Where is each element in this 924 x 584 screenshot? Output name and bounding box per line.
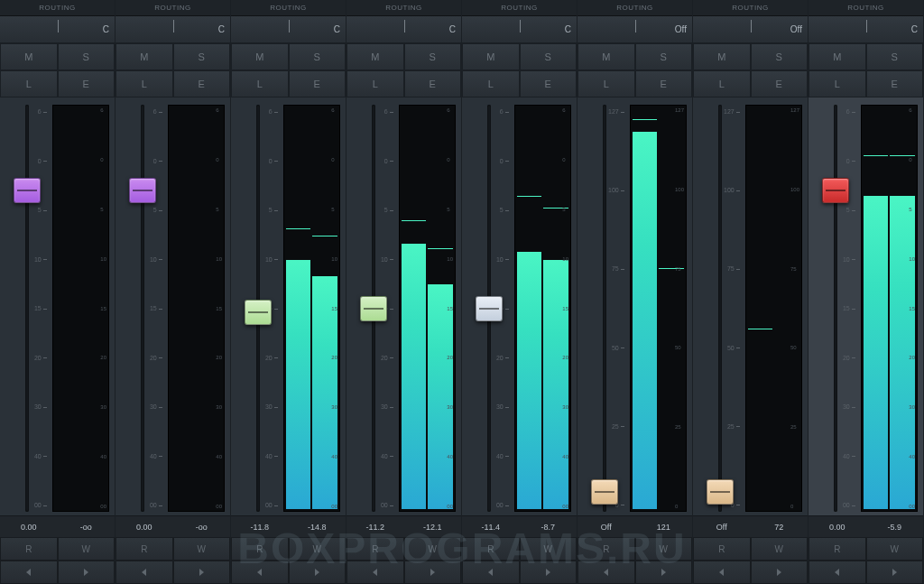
- listen-button[interactable]: L: [231, 70, 289, 97]
- fader-value[interactable]: 0.00: [116, 516, 173, 537]
- write-automation-button[interactable]: W: [866, 537, 924, 561]
- fader-handle[interactable]: [14, 178, 41, 203]
- fader-track[interactable]: 1271007550250: [583, 105, 626, 512]
- fader-value[interactable]: -11.4: [462, 516, 520, 537]
- fader-handle[interactable]: [707, 479, 734, 505]
- routing-label[interactable]: ROUTING: [693, 0, 808, 16]
- fader-track[interactable]: 605101520304000: [352, 105, 395, 512]
- solo-button[interactable]: S: [866, 43, 924, 70]
- pan-slider[interactable]: Off: [693, 16, 808, 43]
- read-automation-button[interactable]: R: [231, 537, 289, 561]
- fader-track[interactable]: 605101520304000: [121, 105, 164, 512]
- next-button[interactable]: [173, 561, 231, 584]
- mute-button[interactable]: M: [231, 43, 289, 70]
- edit-button[interactable]: E: [173, 70, 231, 97]
- prev-button[interactable]: [116, 561, 173, 584]
- next-button[interactable]: [58, 561, 116, 584]
- fader-track[interactable]: 605101520304000: [814, 105, 857, 512]
- fader-handle[interactable]: [476, 296, 503, 321]
- mute-button[interactable]: M: [578, 43, 635, 70]
- pan-slider[interactable]: C: [0, 16, 115, 43]
- solo-button[interactable]: S: [404, 43, 462, 70]
- pan-slider[interactable]: C: [116, 16, 230, 43]
- prev-button[interactable]: [578, 561, 635, 584]
- write-automation-button[interactable]: W: [520, 537, 578, 561]
- edit-button[interactable]: E: [58, 70, 116, 97]
- read-automation-button[interactable]: R: [578, 537, 635, 561]
- edit-button[interactable]: E: [635, 70, 693, 97]
- next-button[interactable]: [751, 561, 808, 584]
- fader-track[interactable]: 605101520304000: [236, 105, 280, 512]
- next-button[interactable]: [289, 561, 346, 584]
- mute-button[interactable]: M: [808, 43, 866, 70]
- prev-button[interactable]: [346, 561, 404, 584]
- routing-label[interactable]: ROUTING: [808, 0, 923, 16]
- fader-value[interactable]: Off: [578, 516, 635, 537]
- prev-button[interactable]: [231, 561, 289, 584]
- listen-button[interactable]: L: [462, 70, 520, 97]
- prev-button[interactable]: [462, 561, 520, 584]
- read-automation-button[interactable]: R: [808, 537, 866, 561]
- write-automation-button[interactable]: W: [635, 537, 693, 561]
- solo-button[interactable]: S: [289, 43, 346, 70]
- mute-button[interactable]: M: [462, 43, 520, 70]
- read-automation-button[interactable]: R: [462, 537, 520, 561]
- fader-track[interactable]: 605101520304000: [467, 105, 511, 512]
- listen-button[interactable]: L: [578, 70, 635, 97]
- read-automation-button[interactable]: R: [693, 537, 751, 561]
- next-button[interactable]: [635, 561, 693, 584]
- routing-label[interactable]: ROUTING: [346, 0, 461, 16]
- fader-handle[interactable]: [129, 178, 156, 203]
- routing-label[interactable]: ROUTING: [0, 0, 115, 16]
- prev-button[interactable]: [0, 561, 58, 584]
- next-button[interactable]: [866, 561, 924, 584]
- pan-slider[interactable]: C: [462, 16, 577, 43]
- listen-button[interactable]: L: [693, 70, 751, 97]
- fader-handle[interactable]: [822, 178, 849, 203]
- pan-slider[interactable]: C: [808, 16, 923, 43]
- listen-button[interactable]: L: [116, 70, 173, 97]
- solo-button[interactable]: S: [751, 43, 808, 70]
- fader-handle[interactable]: [245, 300, 272, 325]
- mute-button[interactable]: M: [0, 43, 58, 70]
- solo-button[interactable]: S: [58, 43, 116, 70]
- listen-button[interactable]: L: [346, 70, 404, 97]
- write-automation-button[interactable]: W: [404, 537, 462, 561]
- prev-button[interactable]: [808, 561, 866, 584]
- edit-button[interactable]: E: [520, 70, 578, 97]
- write-automation-button[interactable]: W: [289, 537, 346, 561]
- fader-value[interactable]: 0.00: [808, 516, 866, 537]
- edit-button[interactable]: E: [751, 70, 808, 97]
- pan-slider[interactable]: C: [231, 16, 346, 43]
- prev-button[interactable]: [693, 561, 751, 584]
- listen-button[interactable]: L: [0, 70, 58, 97]
- routing-label[interactable]: ROUTING: [578, 0, 692, 16]
- fader-value[interactable]: 0.00: [0, 516, 58, 537]
- listen-button[interactable]: L: [808, 70, 866, 97]
- edit-button[interactable]: E: [404, 70, 462, 97]
- solo-button[interactable]: S: [635, 43, 693, 70]
- edit-button[interactable]: E: [289, 70, 346, 97]
- read-automation-button[interactable]: R: [116, 537, 173, 561]
- fader-handle[interactable]: [591, 479, 618, 505]
- routing-label[interactable]: ROUTING: [116, 0, 230, 16]
- pan-slider[interactable]: Off: [578, 16, 692, 43]
- routing-label[interactable]: ROUTING: [231, 0, 346, 16]
- fader-track[interactable]: 605101520304000: [5, 105, 49, 512]
- mute-button[interactable]: M: [116, 43, 173, 70]
- fader-track[interactable]: 1271007550250: [698, 105, 742, 512]
- read-automation-button[interactable]: R: [0, 537, 58, 561]
- write-automation-button[interactable]: W: [58, 537, 116, 561]
- pan-slider[interactable]: C: [346, 16, 461, 43]
- read-automation-button[interactable]: R: [346, 537, 404, 561]
- fader-value[interactable]: -11.8: [231, 516, 289, 537]
- mute-button[interactable]: M: [346, 43, 404, 70]
- fader-value[interactable]: Off: [693, 516, 751, 537]
- write-automation-button[interactable]: W: [751, 537, 808, 561]
- fader-value[interactable]: -11.2: [346, 516, 404, 537]
- solo-button[interactable]: S: [173, 43, 231, 70]
- mute-button[interactable]: M: [693, 43, 751, 70]
- solo-button[interactable]: S: [520, 43, 578, 70]
- fader-handle[interactable]: [360, 296, 387, 321]
- edit-button[interactable]: E: [866, 70, 924, 97]
